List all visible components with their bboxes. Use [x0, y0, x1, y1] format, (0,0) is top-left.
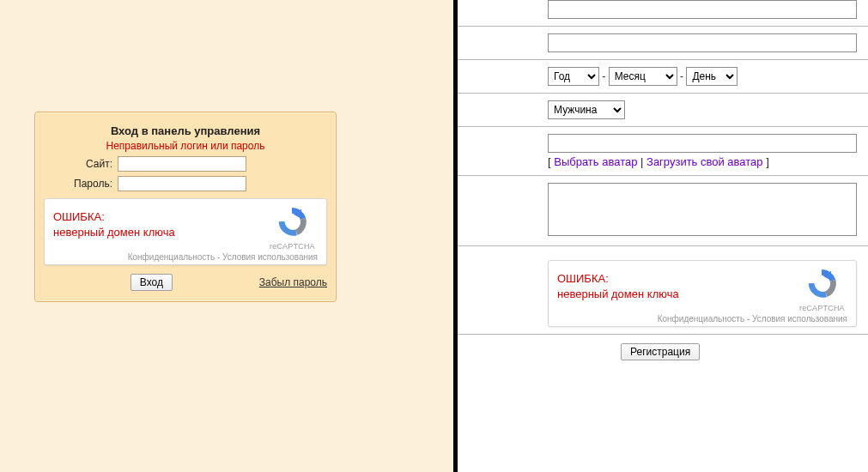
- recaptcha-logo: reCAPTCHA: [270, 208, 314, 251]
- about-textarea[interactable]: [548, 183, 857, 236]
- login-title: Вход в панель управления: [44, 124, 327, 137]
- password-label: Пароль:: [44, 178, 112, 190]
- captcha-footer: Конфиденциальность - Условия использован…: [53, 252, 318, 262]
- reg-row-captcha: ОШИБКА: неверный домен ключа reCAPTCHA К…: [458, 246, 868, 335]
- captcha-terms[interactable]: Условия использования: [222, 252, 318, 262]
- captcha-footer-r: Конфиденциальность - Условия использован…: [557, 314, 847, 324]
- password-input[interactable]: [118, 176, 246, 191]
- avatar-input[interactable]: [548, 134, 857, 153]
- reg-row-gender: Мужчина: [458, 94, 868, 127]
- forgot-password-link[interactable]: Забыл пароль: [259, 276, 327, 288]
- login-button[interactable]: Вход: [131, 274, 173, 291]
- gender-select[interactable]: Мужчина: [548, 100, 625, 119]
- captcha-privacy-r[interactable]: Конфиденциальность: [658, 314, 744, 324]
- month-select[interactable]: Месяц: [609, 67, 677, 86]
- left-pane: Вход в панель управления Неправильный ло…: [0, 0, 453, 472]
- captcha-privacy[interactable]: Конфиденциальность: [128, 252, 215, 262]
- site-label: Сайт:: [44, 158, 112, 170]
- reg-input-1[interactable]: [548, 0, 857, 19]
- choose-avatar-link[interactable]: Выбрать аватар: [554, 155, 637, 168]
- avatar-links: [ Выбрать аватар | Загрузить свой аватар…: [548, 155, 868, 168]
- reg-row-avatar: [ Выбрать аватар | Загрузить свой аватар…: [458, 127, 868, 176]
- captcha-box-left: ОШИБКА: неверный домен ключа reCAPTCHA К…: [44, 198, 327, 265]
- register-button[interactable]: Регистрация: [621, 343, 700, 360]
- right-pane: Год - Месяц - День Мужчина [ Выбрать ава…: [458, 0, 868, 472]
- reg-input-2[interactable]: [548, 33, 857, 52]
- registration-form: Год - Месяц - День Мужчина [ Выбрать ава…: [458, 0, 868, 376]
- reg-row-birthdate: Год - Месяц - День: [458, 60, 868, 94]
- captcha-terms-r[interactable]: Условия использования: [752, 314, 847, 324]
- site-field-row: Сайт:: [44, 156, 327, 172]
- site-input[interactable]: [118, 156, 246, 172]
- reg-row-input2: [458, 27, 868, 60]
- recaptcha-label: reCAPTCHA: [270, 242, 314, 251]
- recaptcha-icon: [807, 269, 836, 299]
- day-select[interactable]: День: [686, 67, 737, 86]
- captcha-box-right: ОШИБКА: неверный домен ключа reCAPTCHA К…: [548, 260, 857, 327]
- recaptcha-label-r: reCAPTCHA: [799, 304, 844, 312]
- login-panel: Вход в панель управления Неправильный ло…: [34, 112, 337, 302]
- login-error: Неправильный логин или пароль: [44, 140, 327, 152]
- upload-avatar-link[interactable]: Загрузить свой аватар: [646, 155, 763, 168]
- login-actions: Вход Забыл пароль: [44, 274, 327, 291]
- year-select[interactable]: Год: [548, 67, 599, 86]
- reg-row-submit: Регистрация: [458, 335, 868, 376]
- password-field-row: Пароль:: [44, 176, 327, 191]
- recaptcha-logo-r: reCAPTCHA: [799, 269, 844, 312]
- recaptcha-icon: [277, 208, 307, 237]
- reg-row-input1: [458, 0, 868, 27]
- reg-row-textarea: [458, 176, 868, 246]
